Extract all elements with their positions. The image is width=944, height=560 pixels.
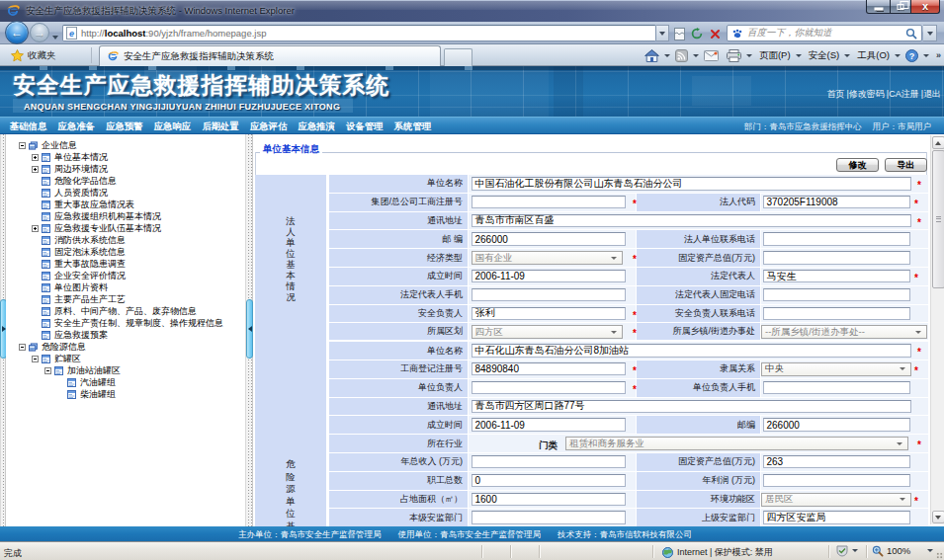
form-input[interactable]: [472, 381, 626, 395]
home-button[interactable]: [643, 46, 661, 64]
scroll-up-button[interactable]: [932, 136, 944, 149]
tree-item[interactable]: 企业信息: [6, 139, 245, 151]
tree-splitter-handle[interactable]: [246, 299, 253, 359]
expand-icon[interactable]: [32, 225, 39, 232]
zoom-control[interactable]: 100%: [872, 545, 936, 557]
favorites-button[interactable]: 收藏夹: [6, 46, 61, 64]
form-input[interactable]: 张利: [472, 307, 626, 321]
form-input[interactable]: 马安生: [763, 270, 910, 283]
protected-mode-button[interactable]: [835, 545, 861, 557]
tab-active[interactable]: 安全生产应急救援指挥辅助决策系统: [99, 45, 441, 66]
tree-item[interactable]: 企业安全评价情况: [6, 270, 245, 281]
new-tab-button[interactable]: [444, 48, 472, 66]
banner-link[interactable]: |CA注册: [887, 89, 919, 99]
protected-mode-dropdown[interactable]: [852, 549, 858, 552]
form-input[interactable]: 84890840: [472, 362, 626, 376]
collapse-icon[interactable]: [32, 356, 39, 362]
form-input[interactable]: 2006-11-09: [472, 270, 626, 283]
stop-button[interactable]: [708, 26, 723, 41]
form-input[interactable]: 中国石油化工股份有限公司山东青岛石油分公司: [472, 177, 911, 191]
menu-item[interactable]: 应急准备: [58, 120, 95, 132]
recent-pages-dropdown[interactable]: [52, 36, 58, 40]
refresh-button[interactable]: [689, 26, 705, 41]
forward-button[interactable]: →: [30, 23, 49, 42]
print-dropdown[interactable]: [746, 54, 752, 57]
tree-item[interactable]: 应急救援专业队伍基本情况: [6, 222, 245, 234]
collapse-icon[interactable]: [19, 344, 26, 351]
tree-item[interactable]: 应急救援预案: [6, 329, 245, 341]
scrollbar-thumb[interactable]: [932, 150, 944, 288]
form-input[interactable]: [763, 251, 910, 265]
banner-link[interactable]: |修改密码: [846, 89, 884, 99]
form-input[interactable]: [472, 196, 626, 209]
vertical-scrollbar[interactable]: [930, 135, 944, 524]
menu-item[interactable]: 后期处置: [202, 120, 238, 132]
form-input[interactable]: 四方区安监局: [763, 511, 910, 524]
export-button[interactable]: 导出: [885, 158, 927, 172]
safety-menu[interactable]: 安全(S): [805, 46, 842, 64]
tree-item[interactable]: 危险化学品信息: [6, 175, 245, 187]
tree-item[interactable]: 单位图片资料: [6, 281, 245, 293]
banner-link[interactable]: 首页: [826, 89, 844, 99]
tree-item[interactable]: 周边环境情况: [6, 163, 245, 175]
form-input[interactable]: 266000: [763, 418, 910, 432]
tree-item[interactable]: 柴油罐组: [6, 388, 245, 400]
expand-icon[interactable]: [32, 166, 39, 173]
form-input[interactable]: [472, 511, 626, 524]
form-input[interactable]: 中石化山东青岛石油分公司8加油站: [472, 344, 911, 358]
collapse-icon[interactable]: [19, 142, 26, 149]
close-button[interactable]: x: [911, 0, 940, 14]
form-input[interactable]: [472, 455, 626, 469]
url-dropdown-button[interactable]: [656, 25, 669, 41]
form-input[interactable]: [763, 288, 910, 302]
menu-item[interactable]: 设备管理: [346, 120, 383, 132]
tree-item[interactable]: 消防供水系统信息: [6, 234, 245, 246]
url-field[interactable]: e http://localhost:90/yjzh/frame/homepag…: [62, 25, 656, 41]
tree-item[interactable]: 危险源信息: [6, 341, 245, 353]
page-menu[interactable]: 页面(P): [755, 46, 793, 64]
tree-item[interactable]: 贮罐区: [6, 353, 245, 364]
form-input[interactable]: 1600: [472, 493, 626, 507]
form-input[interactable]: [763, 381, 910, 395]
form-input[interactable]: [763, 474, 910, 488]
form-select[interactable]: 租赁和商务服务业: [565, 437, 908, 450]
back-button[interactable]: ←: [5, 21, 29, 44]
home-dropdown[interactable]: [664, 54, 670, 57]
form-input[interactable]: 2006-11-09: [472, 418, 626, 432]
collapse-icon[interactable]: [44, 367, 51, 374]
tree-item[interactable]: 应急救援组织机构基本情况: [6, 210, 245, 222]
resize-grip[interactable]: [936, 552, 943, 559]
compatibility-view-button[interactable]: [672, 26, 687, 41]
tree-item[interactable]: 加油站油罐区: [6, 364, 245, 376]
tree-item[interactable]: 主要产品生产工艺: [6, 293, 245, 305]
tree-item[interactable]: 重大事故应急情况表: [6, 199, 245, 210]
form-input[interactable]: [763, 232, 910, 246]
read-mail-button[interactable]: [702, 46, 721, 64]
expand-icon[interactable]: [32, 154, 39, 161]
tree-splitter[interactable]: [245, 134, 253, 526]
tools-menu-dropdown[interactable]: [895, 54, 901, 57]
restore-button[interactable]: [891, 0, 911, 14]
feeds-dropdown[interactable]: [693, 54, 699, 57]
tree-item[interactable]: 人员资质情况: [6, 187, 245, 199]
menu-item[interactable]: 系统管理: [394, 120, 431, 132]
safety-menu-dropdown[interactable]: [844, 54, 850, 57]
form-input[interactable]: 0: [472, 474, 626, 488]
tree-item[interactable]: 固定泡沫系统信息: [6, 246, 245, 258]
form-select[interactable]: 居民区: [761, 493, 911, 507]
overflow-chevron-icon[interactable]: »: [936, 50, 940, 60]
tree-item[interactable]: 汽油罐组: [6, 376, 245, 388]
form-input[interactable]: 青岛市市南区百盛: [472, 214, 911, 228]
print-button[interactable]: [725, 46, 743, 64]
scroll-down-button[interactable]: [932, 511, 944, 523]
menu-item[interactable]: 应急评估: [250, 120, 287, 132]
tree-item[interactable]: 原料、中间产物、产品、废弃物信息: [6, 305, 245, 317]
form-input[interactable]: 青岛市四方区周口路77号: [472, 400, 911, 414]
form-input[interactable]: [472, 288, 626, 302]
menu-item[interactable]: 基础信息: [10, 120, 46, 132]
search-icon[interactable]: [905, 28, 917, 40]
help-menu[interactable]: ?: [903, 46, 920, 64]
tools-menu[interactable]: 工具(O): [853, 46, 892, 64]
minimize-button[interactable]: [866, 0, 891, 14]
menu-item[interactable]: 应急推演: [299, 120, 335, 132]
